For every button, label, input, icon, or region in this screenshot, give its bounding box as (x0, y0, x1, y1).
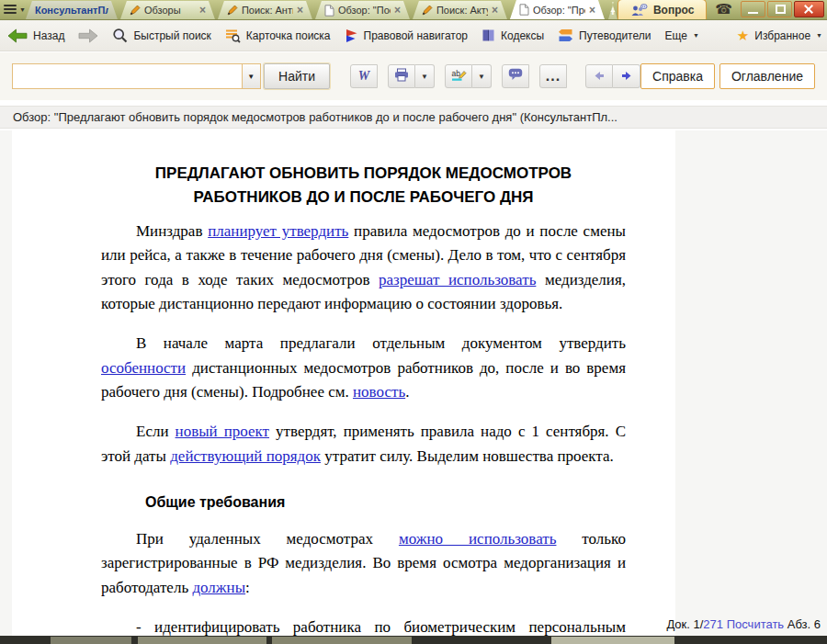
tab-strip: КонсультантПлюсОбзоры×Поиск: Анти×Обзор:… (26, 0, 607, 19)
section-heading: Общие требования (145, 494, 626, 511)
search-input[interactable] (12, 63, 242, 89)
doc-link[interactable]: должны (192, 579, 245, 596)
toolbar-guides[interactable]: Путеводители (558, 28, 651, 42)
pen-icon (422, 5, 433, 16)
document-title-bar: Обзор: "Предлагают обновить порядок медо… (0, 106, 827, 129)
status-bar: Док. 1/271 Посчитать Абз. 6 (666, 617, 821, 631)
taskbar-button[interactable] (138, 637, 266, 644)
window-controls (741, 0, 827, 17)
taskbar-button[interactable] (51, 637, 131, 644)
toolbar-codes[interactable]: Кодексы (481, 28, 544, 42)
export-word-button[interactable]: W (350, 64, 378, 88)
chevron-down-icon: ▼ (693, 32, 699, 39)
help-button[interactable]: Справка (640, 63, 715, 89)
status-link[interactable]: Посчитать (727, 617, 784, 631)
comment-button[interactable] (502, 64, 529, 88)
question-button[interactable]: Вопрос (617, 0, 707, 19)
document-page[interactable]: ПРЕДЛАГАЮТ ОБНОВИТЬ ПОРЯДОК МЕДОСМОТРОВ … (12, 130, 675, 636)
tab-close-icon[interactable]: × (394, 5, 401, 16)
book-icon (481, 28, 495, 42)
status-link[interactable]: 271 (703, 617, 723, 631)
pen-icon (130, 5, 141, 16)
pen-icon (227, 5, 238, 16)
svg-text:ab: ab (451, 69, 460, 78)
tab-close-icon[interactable]: × (199, 5, 206, 16)
tab-обзоры[interactable]: Обзоры× (120, 1, 215, 19)
search-history-dropdown[interactable]: ▼ (242, 63, 262, 89)
minimize-button[interactable] (741, 1, 765, 17)
taskbar-button[interactable] (551, 637, 674, 644)
doc-link[interactable]: действующий порядок (170, 447, 321, 465)
doc-link[interactable]: новость (353, 383, 405, 401)
toolbar-label: Быстрый поиск (133, 29, 210, 42)
doc-link[interactable]: планирует утвердить (208, 222, 348, 240)
more-actions-button[interactable]: ... (539, 64, 567, 88)
tab-обзор-пос[interactable]: Обзор: "Пос× (315, 1, 410, 19)
toc-button[interactable]: Оглавление (719, 63, 815, 89)
tab-обзор-пре[interactable]: Обзор: "Пре× (510, 0, 605, 19)
tab-label: Поиск: Актуа (436, 5, 488, 16)
toolbar-label: Еще (664, 29, 686, 42)
tab-label: Обзор: "Пре (533, 5, 585, 16)
phone-icon[interactable]: ☎ (715, 1, 732, 17)
tab-home[interactable]: КонсультантПлюс (26, 1, 118, 19)
chevron-down-icon: ▼ (19, 6, 26, 13)
speech-bubble-icon (508, 68, 523, 85)
arrow-left-icon (594, 68, 605, 85)
doc-link[interactable]: можно использовать (399, 530, 557, 548)
maximize-button[interactable] (767, 1, 792, 17)
taskbar-button[interactable] (272, 637, 412, 644)
toolbar-label: Избранное (754, 29, 810, 42)
toolbar-more[interactable]: Еще▼ (664, 29, 698, 42)
hamburger-icon (4, 3, 17, 16)
edit-button[interactable]: ab (445, 64, 472, 88)
star-icon: ★ (737, 28, 749, 42)
arrow-right-icon (621, 68, 632, 85)
tab-close-icon[interactable]: × (492, 5, 498, 16)
edit-dropdown[interactable]: ▼ (472, 64, 492, 88)
tab-label: КонсультантПлюс (35, 5, 108, 16)
doc-link[interactable]: особенности (101, 359, 186, 377)
toolbar-quick-search[interactable]: Быстрый поиск (112, 28, 210, 43)
magnifier-icon (112, 28, 128, 43)
tab-label: Обзоры (144, 5, 196, 16)
toolbar-forward[interactable] (78, 28, 98, 43)
flag-icon (345, 28, 358, 43)
toolbar-back[interactable]: Назад (7, 28, 64, 43)
doc-link[interactable]: разрешат использовать (379, 271, 536, 288)
tab-поиск-актуа[interactable]: Поиск: Актуа× (413, 1, 507, 19)
new-tab-button[interactable]: + (608, 2, 617, 19)
paragraph: При удаленных медосмотрах можно использо… (101, 527, 626, 600)
toolbar-label: Путеводители (579, 29, 651, 42)
tab-label: Поиск: Анти (242, 5, 293, 16)
toolbar-search-card[interactable]: Карточка поиска (225, 28, 331, 43)
close-button[interactable] (794, 1, 824, 17)
toolbar-legal-navigator[interactable]: Правовой навигатор (345, 28, 468, 43)
edit-pencil-icon: ab (451, 68, 467, 85)
question-button-label: Вопрос (653, 4, 694, 17)
toolbar-label: Назад (33, 29, 64, 42)
next-fragment-button[interactable] (613, 64, 640, 88)
toolbar-favorites[interactable]: ★Избранное▼ (737, 28, 822, 42)
printer-icon (394, 68, 409, 85)
print-button[interactable] (388, 64, 415, 88)
print-dropdown[interactable]: ▼ (415, 64, 435, 88)
os-taskbar (0, 636, 827, 644)
find-button[interactable]: Найти (264, 63, 330, 89)
doc-link[interactable]: новый проект (176, 423, 269, 440)
prev-fragment-button[interactable] (585, 64, 613, 88)
document-area: ПРЕДЛАГАЮТ ОБНОВИТЬ ПОРЯДОК МЕДОСМОТРОВ … (0, 130, 827, 636)
tab-поиск-анти[interactable]: Поиск: Анти× (218, 1, 312, 19)
tab-close-icon[interactable]: × (589, 5, 595, 16)
tab-close-icon[interactable]: × (297, 5, 303, 16)
toolbar-label: Правовой навигатор (364, 29, 468, 42)
status-text: Док. 1/ (666, 617, 703, 631)
document-body: Минздрав планирует утвердить правила мед… (101, 220, 626, 636)
paragraph: Если новый проект утвердят, применять пр… (101, 420, 626, 469)
ellipsis-icon: ... (546, 68, 561, 85)
status-text: Абз. 6 (784, 617, 821, 631)
toolbar-label: Карточка поиска (246, 29, 331, 42)
paragraph: В начале марта предлагали отдельным доку… (101, 332, 626, 404)
main-menu-button[interactable]: ▼ (4, 0, 26, 19)
card-icon (225, 28, 241, 43)
